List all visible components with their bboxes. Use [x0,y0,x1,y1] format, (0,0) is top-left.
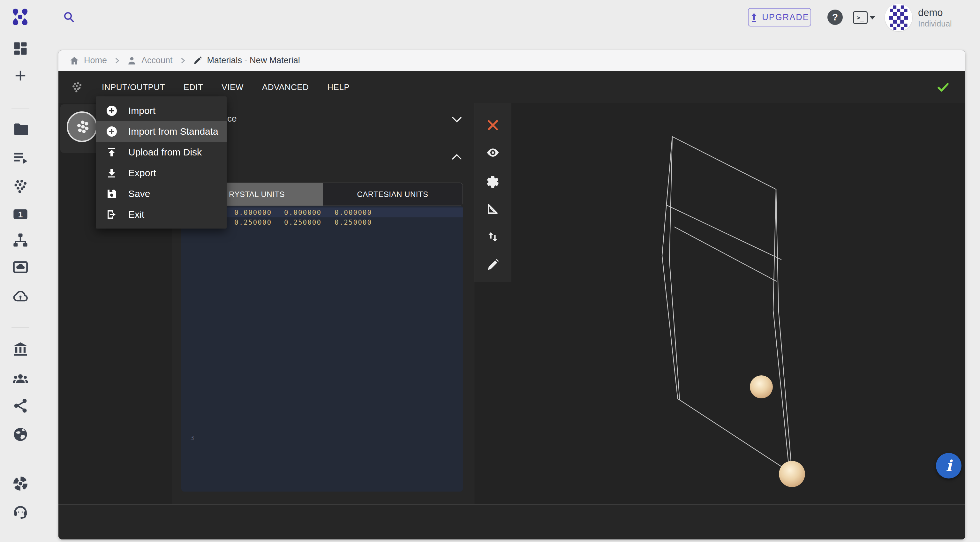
page-title: Materials - New Material [207,56,300,65]
menu-item-export[interactable]: Export [96,162,227,183]
menu-item-import[interactable]: Import [96,100,227,121]
menu-help[interactable]: HELP [327,83,350,92]
caret-down-icon [870,16,875,19]
user-menu[interactable]: demo Individual [885,4,952,31]
menu-view[interactable]: VIEW [221,83,243,92]
cloud-upload-icon[interactable] [12,289,29,305]
svg-text:1: 1 [18,210,23,219]
lattice-section-label: ce [227,114,237,124]
sitemap-icon[interactable] [12,232,29,248]
menu-input-output[interactable]: INPUT/OUTPUT [102,83,165,92]
menu-item-import-from-standata[interactable]: Import from Standata [96,121,227,142]
breadcrumb-account[interactable]: Account [127,56,173,66]
home-icon [69,56,80,66]
chevron-up-icon[interactable] [451,153,462,160]
menu-item-save[interactable]: Save [96,183,227,204]
atoms-icon[interactable] [12,178,29,194]
editor-line-number: 3 [181,434,194,442]
counter-one-icon[interactable]: 1 [12,206,29,223]
mat3ra-logo[interactable] [11,8,29,26]
gear-icon[interactable] [486,174,500,188]
upload-icon [106,146,118,158]
atom-sphere [779,461,805,487]
share-icon[interactable] [12,397,29,414]
basis-code-editor[interactable]: 0.000000 0.000000 0.000000 0.250000 0.25… [181,206,463,491]
tab-cartesian-units[interactable]: CARTESIAN UNITS [323,183,463,205]
info-button[interactable]: i [936,453,961,478]
menu-item-exit[interactable]: Exit [96,204,227,225]
plus-circle-icon [106,126,118,137]
pencil-icon [192,56,203,66]
dashboard-icon[interactable] [12,40,29,57]
pencil-icon[interactable] [486,258,500,272]
breadcrumb-home[interactable]: Home [69,56,107,66]
chevron-right-icon [178,57,187,65]
crystal-scene [474,103,965,504]
swap-vertical-icon[interactable] [486,230,500,244]
check-icon [936,80,950,94]
bottom-bar [59,504,965,539]
close-icon[interactable] [486,118,500,132]
menu-edit[interactable]: EDIT [183,83,203,92]
divider [11,108,29,108]
user-name: demo [918,7,952,19]
plus-circle-icon [106,105,118,116]
set-square-icon[interactable] [486,202,500,216]
folder-icon[interactable] [12,121,29,137]
menu-item-upload-from-disk[interactable]: Upload from Disk [96,142,227,162]
material-avatar [67,111,97,142]
wheel-icon[interactable] [12,475,29,492]
viewer-toolbar [474,103,511,282]
input-output-menu: Import Import from Standata Upload from … [96,96,227,229]
chevron-down-icon[interactable] [451,116,462,123]
download-icon [106,167,118,179]
user-plan: Individual [918,19,952,29]
menu-advanced[interactable]: ADVANCED [262,83,309,92]
exit-icon [106,209,118,220]
atoms-icon [70,81,83,94]
3d-viewport[interactable]: i [474,103,965,504]
image-cloud-icon[interactable] [12,259,29,275]
console-dropdown-icon[interactable]: >_ [853,11,877,25]
divider [11,327,29,328]
left-nav-rail: 1 [0,50,41,542]
save-icon [106,188,118,200]
globe-icon[interactable] [12,426,29,443]
upgrade-label: UPGRADE [762,13,809,22]
person-icon [127,56,137,66]
upload-from-bar-icon [750,13,758,22]
atom-sphere [750,375,773,398]
group-icon[interactable] [12,370,29,387]
help-icon[interactable]: ? [827,10,843,25]
plus-icon[interactable] [12,67,29,84]
avatar [885,4,912,31]
eye-icon[interactable] [486,146,500,160]
playlist-play-icon[interactable] [12,149,29,166]
support-agent-icon[interactable] [12,503,29,520]
breadcrumb: Home Account Materials - New Material [59,50,965,71]
bank-icon[interactable] [12,340,29,357]
top-app-bar: UPGRADE ? >_ demo Indivi [0,0,980,50]
chevron-right-icon [113,57,121,65]
crystal-wireframe [662,137,792,474]
upgrade-button[interactable]: UPGRADE [748,8,811,27]
breadcrumb-current-page: Materials - New Material [192,56,300,66]
divider [11,466,29,466]
search-icon[interactable] [62,10,76,24]
